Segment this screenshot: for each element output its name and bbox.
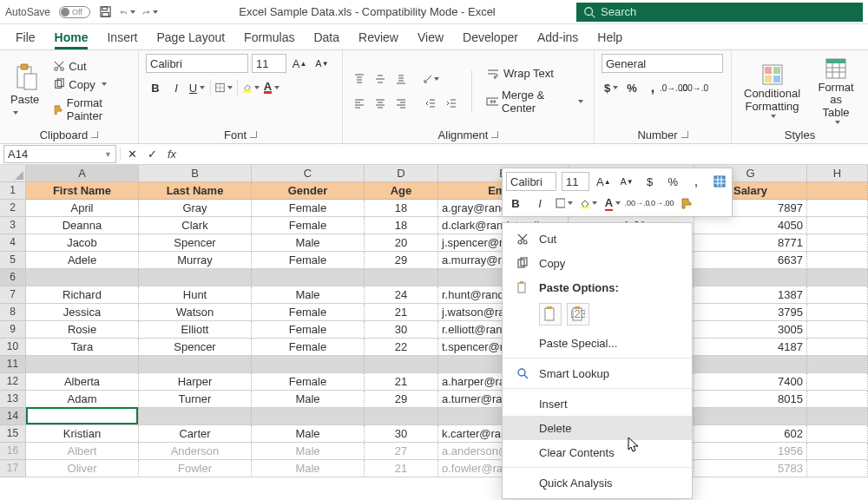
cell[interactable]: 24 — [365, 286, 438, 304]
cell[interactable]: April — [26, 200, 139, 217]
dialog-launcher-icon[interactable] — [91, 131, 98, 138]
column-header[interactable]: H — [807, 165, 868, 182]
cell[interactable]: Age — [365, 182, 438, 200]
cell[interactable]: Male — [252, 391, 365, 408]
row-header[interactable]: 6 — [0, 269, 26, 286]
decrease-decimal-icon[interactable]: .00→.0 — [685, 78, 704, 97]
spreadsheet-grid[interactable]: ABCDEFGH 1First NameLast NameGenderAgeEm… — [0, 165, 868, 477]
cell[interactable]: Fowler — [139, 460, 252, 477]
cell[interactable]: Elliott — [139, 321, 252, 339]
cell[interactable] — [807, 217, 868, 234]
tab-developer[interactable]: Developer — [463, 27, 518, 49]
ctx-paste-special[interactable]: Paste Special... — [503, 331, 692, 355]
cell[interactable]: 6637 — [694, 252, 807, 269]
cut-button[interactable]: Cut — [49, 58, 131, 75]
cell[interactable] — [365, 269, 438, 286]
mini-font-color-icon[interactable]: A — [603, 194, 622, 213]
ctx-smart-lookup[interactable]: Smart Lookup — [503, 361, 692, 385]
cell[interactable]: Jessica — [26, 304, 139, 321]
ctx-copy[interactable]: Copy — [503, 251, 692, 275]
cell[interactable]: Female — [252, 321, 365, 339]
row-header[interactable]: 10 — [0, 339, 26, 356]
cell[interactable] — [807, 460, 868, 477]
cell[interactable]: Hunt — [139, 286, 252, 304]
mini-percent-icon[interactable]: % — [664, 172, 682, 191]
cell[interactable] — [365, 356, 438, 373]
mini-increase-font-icon[interactable]: A▲ — [595, 172, 613, 191]
mini-border-icon[interactable] — [555, 194, 574, 213]
row-header[interactable]: 3 — [0, 217, 26, 234]
cell[interactable]: Male — [252, 286, 365, 304]
cell[interactable]: Male — [252, 460, 365, 477]
decrease-indent-icon[interactable] — [421, 94, 440, 113]
mini-format-painter-icon[interactable] — [676, 194, 695, 213]
cell[interactable]: 27 — [365, 443, 438, 460]
currency-icon[interactable]: $ — [602, 78, 621, 97]
undo-icon[interactable] — [120, 4, 135, 20]
tab-file[interactable]: File — [16, 27, 36, 49]
increase-indent-icon[interactable] — [442, 94, 461, 113]
cell[interactable]: 29 — [365, 391, 438, 408]
format-painter-button[interactable]: Format Painter — [49, 95, 131, 124]
cell[interactable]: 21 — [365, 304, 438, 321]
cell[interactable]: Albert — [26, 443, 139, 460]
cell[interactable]: 602 — [694, 425, 807, 443]
ctx-insert[interactable]: Insert — [503, 391, 692, 416]
row-header[interactable]: 4 — [0, 234, 26, 252]
mini-bold-icon[interactable]: B — [506, 194, 525, 213]
cell[interactable]: 3005 — [694, 321, 807, 339]
paste-button[interactable]: Paste — [7, 62, 44, 121]
cell[interactable]: 7400 — [694, 373, 807, 391]
cell[interactable]: Female — [252, 200, 365, 217]
cell[interactable]: 18 — [365, 200, 438, 217]
cell[interactable] — [365, 408, 438, 425]
cell[interactable]: 30 — [365, 425, 438, 443]
align-left-icon[interactable] — [350, 94, 369, 113]
cell[interactable]: Last Name — [139, 182, 252, 200]
cell[interactable]: 5783 — [694, 460, 807, 477]
cell[interactable]: Turner — [139, 391, 252, 408]
dialog-launcher-icon[interactable] — [491, 131, 498, 138]
cell[interactable] — [139, 408, 252, 425]
mini-table-icon[interactable] — [710, 172, 728, 191]
cell[interactable]: Kristian — [26, 425, 139, 443]
percent-icon[interactable]: % — [622, 78, 641, 97]
cell[interactable] — [807, 321, 868, 339]
ctx-cut[interactable]: Cut — [503, 227, 692, 251]
cell[interactable]: Female — [252, 373, 365, 391]
cell[interactable] — [807, 356, 868, 373]
cell[interactable]: 8015 — [694, 391, 807, 408]
fx-icon[interactable]: fx — [168, 148, 176, 161]
row-header[interactable]: 7 — [0, 286, 26, 304]
cell[interactable] — [807, 200, 868, 217]
merge-center-button[interactable]: Merge & Center — [483, 87, 587, 116]
mini-font-combo[interactable] — [506, 172, 556, 191]
cell[interactable] — [807, 443, 868, 460]
border-button[interactable] — [214, 78, 233, 97]
cell[interactable] — [26, 356, 139, 373]
paste-option-default[interactable] — [539, 303, 562, 326]
cell[interactable]: Rosie — [26, 321, 139, 339]
align-center-icon[interactable] — [371, 94, 390, 113]
ctx-clear-contents[interactable]: Clear Contents — [503, 440, 692, 464]
tab-review[interactable]: Review — [358, 27, 398, 49]
cell[interactable]: 1387 — [694, 286, 807, 304]
cell[interactable]: 4050 — [694, 217, 807, 234]
bold-button[interactable]: B — [146, 78, 165, 97]
cell[interactable] — [694, 356, 807, 373]
column-header[interactable]: B — [139, 165, 252, 182]
cell[interactable] — [26, 408, 139, 425]
cell[interactable]: 22 — [365, 339, 438, 356]
cell[interactable]: Jacob — [26, 234, 139, 252]
cell[interactable]: Male — [252, 443, 365, 460]
row-header[interactable]: 2 — [0, 200, 26, 217]
italic-button[interactable]: I — [167, 78, 186, 97]
row-header[interactable]: 1 — [0, 182, 26, 200]
cell[interactable]: Adam — [26, 391, 139, 408]
font-color-button[interactable]: A — [262, 78, 281, 97]
align-top-icon[interactable] — [350, 69, 369, 89]
cell[interactable]: Spencer — [139, 234, 252, 252]
cell[interactable] — [694, 269, 807, 286]
underline-button[interactable]: U — [187, 78, 207, 97]
cell[interactable]: Female — [252, 252, 365, 269]
